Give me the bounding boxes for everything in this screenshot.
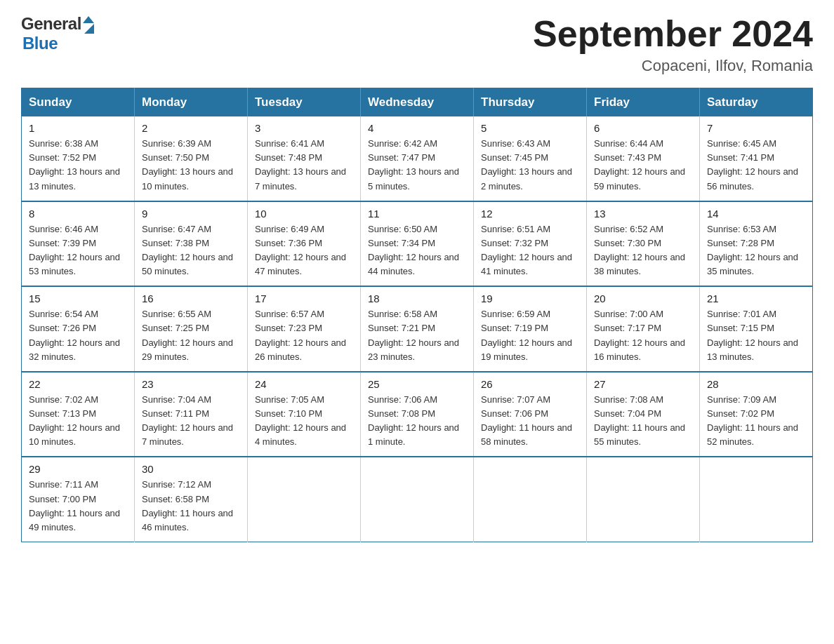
calendar-cell: 7Sunrise: 6:45 AMSunset: 7:41 PMDaylight… xyxy=(700,116,813,201)
day-number: 9 xyxy=(142,208,240,220)
day-info: Sunrise: 6:51 AMSunset: 7:32 PMDaylight:… xyxy=(481,222,579,279)
header-friday: Friday xyxy=(587,88,700,117)
calendar-cell: 13Sunrise: 6:52 AMSunset: 7:30 PMDayligh… xyxy=(587,201,700,287)
day-number: 19 xyxy=(481,293,579,304)
day-info: Sunrise: 7:05 AMSunset: 7:10 PMDaylight:… xyxy=(255,393,353,450)
logo-icon xyxy=(83,16,94,34)
day-number: 21 xyxy=(707,293,805,304)
calendar-cell: 3Sunrise: 6:41 AMSunset: 7:48 PMDaylight… xyxy=(248,116,361,201)
day-number: 28 xyxy=(707,378,805,390)
day-info: Sunrise: 6:58 AMSunset: 7:21 PMDaylight:… xyxy=(368,307,466,364)
day-number: 23 xyxy=(142,378,240,390)
calendar-cell: 29Sunrise: 7:11 AMSunset: 7:00 PMDayligh… xyxy=(22,457,135,542)
day-info: Sunrise: 6:47 AMSunset: 7:38 PMDaylight:… xyxy=(142,222,240,279)
day-info: Sunrise: 7:00 AMSunset: 7:17 PMDaylight:… xyxy=(594,307,692,364)
calendar-cell: 16Sunrise: 6:55 AMSunset: 7:25 PMDayligh… xyxy=(135,286,248,372)
calendar-cell: 15Sunrise: 6:54 AMSunset: 7:26 PMDayligh… xyxy=(22,286,135,372)
day-number: 24 xyxy=(255,378,353,390)
day-number: 13 xyxy=(594,208,692,220)
day-info: Sunrise: 6:42 AMSunset: 7:47 PMDaylight:… xyxy=(368,137,466,194)
calendar-table: Sunday Monday Tuesday Wednesday Thursday… xyxy=(21,88,813,542)
calendar-cell: 14Sunrise: 6:53 AMSunset: 7:28 PMDayligh… xyxy=(700,201,813,287)
day-number: 11 xyxy=(368,208,466,220)
day-info: Sunrise: 6:50 AMSunset: 7:34 PMDaylight:… xyxy=(368,222,466,279)
calendar-cell: 23Sunrise: 7:04 AMSunset: 7:11 PMDayligh… xyxy=(135,372,248,457)
day-info: Sunrise: 6:39 AMSunset: 7:50 PMDaylight:… xyxy=(142,137,240,194)
weekday-header-row: Sunday Monday Tuesday Wednesday Thursday… xyxy=(22,88,813,117)
week-row-1: 1Sunrise: 6:38 AMSunset: 7:52 PMDaylight… xyxy=(22,116,813,201)
calendar-cell: 24Sunrise: 7:05 AMSunset: 7:10 PMDayligh… xyxy=(248,372,361,457)
month-title: September 2024 xyxy=(533,14,813,54)
day-info: Sunrise: 6:57 AMSunset: 7:23 PMDaylight:… xyxy=(255,307,353,364)
calendar-cell: 8Sunrise: 6:46 AMSunset: 7:39 PMDaylight… xyxy=(22,201,135,287)
day-info: Sunrise: 6:59 AMSunset: 7:19 PMDaylight:… xyxy=(481,307,579,364)
header-wednesday: Wednesday xyxy=(361,88,474,117)
day-info: Sunrise: 7:11 AMSunset: 7:00 PMDaylight:… xyxy=(29,478,127,535)
day-number: 1 xyxy=(29,122,127,134)
day-info: Sunrise: 7:01 AMSunset: 7:15 PMDaylight:… xyxy=(707,307,805,364)
day-info: Sunrise: 6:52 AMSunset: 7:30 PMDaylight:… xyxy=(594,222,692,279)
calendar-cell: 1Sunrise: 6:38 AMSunset: 7:52 PMDaylight… xyxy=(22,116,135,201)
day-number: 15 xyxy=(29,293,127,304)
day-info: Sunrise: 6:38 AMSunset: 7:52 PMDaylight:… xyxy=(29,137,127,194)
day-info: Sunrise: 6:43 AMSunset: 7:45 PMDaylight:… xyxy=(481,137,579,194)
logo-general-text: General xyxy=(21,14,81,34)
calendar-cell xyxy=(361,457,474,542)
calendar-cell: 4Sunrise: 6:42 AMSunset: 7:47 PMDaylight… xyxy=(361,116,474,201)
day-number: 3 xyxy=(255,122,353,134)
day-number: 27 xyxy=(594,378,692,390)
day-number: 7 xyxy=(707,122,805,134)
day-info: Sunrise: 6:45 AMSunset: 7:41 PMDaylight:… xyxy=(707,137,805,194)
day-number: 30 xyxy=(142,463,240,475)
logo-line1: General xyxy=(21,14,94,34)
logo-line2: Blue xyxy=(21,34,94,53)
calendar-cell xyxy=(248,457,361,542)
day-info: Sunrise: 6:53 AMSunset: 7:28 PMDaylight:… xyxy=(707,222,805,279)
day-number: 25 xyxy=(368,378,466,390)
calendar-cell: 17Sunrise: 6:57 AMSunset: 7:23 PMDayligh… xyxy=(248,286,361,372)
calendar-cell: 20Sunrise: 7:00 AMSunset: 7:17 PMDayligh… xyxy=(587,286,700,372)
day-info: Sunrise: 7:07 AMSunset: 7:06 PMDaylight:… xyxy=(481,393,579,450)
day-number: 29 xyxy=(29,463,127,475)
header-tuesday: Tuesday xyxy=(248,88,361,117)
logo-triangle-bottom xyxy=(84,24,94,34)
header: General Blue September 2024 Copaceni, Il… xyxy=(21,14,813,75)
week-row-3: 15Sunrise: 6:54 AMSunset: 7:26 PMDayligh… xyxy=(22,286,813,372)
day-number: 14 xyxy=(707,208,805,220)
day-info: Sunrise: 7:09 AMSunset: 7:02 PMDaylight:… xyxy=(707,393,805,450)
logo-triangle-top xyxy=(83,16,94,23)
title-area: September 2024 Copaceni, Ilfov, Romania xyxy=(533,14,813,75)
week-row-5: 29Sunrise: 7:11 AMSunset: 7:00 PMDayligh… xyxy=(22,457,813,542)
calendar-cell xyxy=(474,457,587,542)
calendar-cell: 6Sunrise: 6:44 AMSunset: 7:43 PMDaylight… xyxy=(587,116,700,201)
day-info: Sunrise: 7:06 AMSunset: 7:08 PMDaylight:… xyxy=(368,393,466,450)
header-saturday: Saturday xyxy=(700,88,813,117)
page: General Blue September 2024 Copaceni, Il… xyxy=(0,0,834,563)
day-number: 6 xyxy=(594,122,692,134)
day-number: 4 xyxy=(368,122,466,134)
calendar-cell: 28Sunrise: 7:09 AMSunset: 7:02 PMDayligh… xyxy=(700,372,813,457)
header-thursday: Thursday xyxy=(474,88,587,117)
day-info: Sunrise: 6:41 AMSunset: 7:48 PMDaylight:… xyxy=(255,137,353,194)
calendar-cell: 27Sunrise: 7:08 AMSunset: 7:04 PMDayligh… xyxy=(587,372,700,457)
calendar-cell: 30Sunrise: 7:12 AMSunset: 6:58 PMDayligh… xyxy=(135,457,248,542)
calendar-cell xyxy=(700,457,813,542)
week-row-4: 22Sunrise: 7:02 AMSunset: 7:13 PMDayligh… xyxy=(22,372,813,457)
calendar-cell: 2Sunrise: 6:39 AMSunset: 7:50 PMDaylight… xyxy=(135,116,248,201)
day-number: 22 xyxy=(29,378,127,390)
day-info: Sunrise: 6:49 AMSunset: 7:36 PMDaylight:… xyxy=(255,222,353,279)
day-number: 12 xyxy=(481,208,579,220)
calendar-cell: 21Sunrise: 7:01 AMSunset: 7:15 PMDayligh… xyxy=(700,286,813,372)
calendar-cell: 9Sunrise: 6:47 AMSunset: 7:38 PMDaylight… xyxy=(135,201,248,287)
day-info: Sunrise: 7:02 AMSunset: 7:13 PMDaylight:… xyxy=(29,393,127,450)
day-info: Sunrise: 7:08 AMSunset: 7:04 PMDaylight:… xyxy=(594,393,692,450)
day-number: 17 xyxy=(255,293,353,304)
day-number: 20 xyxy=(594,293,692,304)
calendar-cell: 12Sunrise: 6:51 AMSunset: 7:32 PMDayligh… xyxy=(474,201,587,287)
day-number: 8 xyxy=(29,208,127,220)
calendar-cell: 26Sunrise: 7:07 AMSunset: 7:06 PMDayligh… xyxy=(474,372,587,457)
day-info: Sunrise: 6:46 AMSunset: 7:39 PMDaylight:… xyxy=(29,222,127,279)
header-sunday: Sunday xyxy=(22,88,135,117)
calendar-cell xyxy=(587,457,700,542)
header-monday: Monday xyxy=(135,88,248,117)
